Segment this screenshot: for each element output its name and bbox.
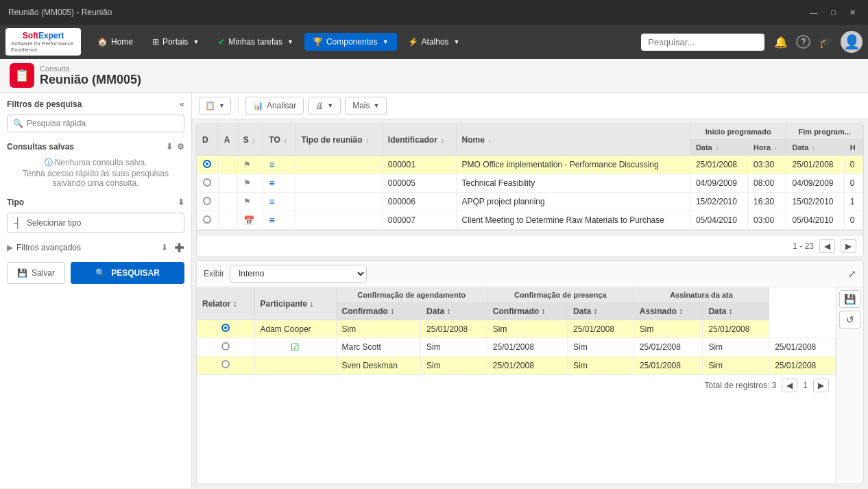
- col-group-conf-pr: Confirmação de presença: [487, 287, 634, 303]
- expand-panel-button[interactable]: ⤢: [848, 268, 856, 279]
- collapse-icon[interactable]: «: [180, 99, 184, 109]
- cell-a: [218, 211, 237, 230]
- bottom-prev-page[interactable]: ◀: [782, 379, 797, 392]
- row-select[interactable]: [197, 320, 254, 338]
- cell-conf-pr-data: 25/01/2008: [634, 338, 703, 357]
- saved-searches-title-row: Consultas salvas ⬇ ⚙: [7, 142, 184, 152]
- radio-unchecked[interactable]: [203, 215, 211, 224]
- saved-empty-line2: Tenha acesso rápido às suas pesquisas sa…: [23, 169, 169, 188]
- cell-conf-pr-confirmado: Sim: [568, 357, 634, 374]
- cell-conf-ag-confirmado: Sim: [421, 357, 487, 374]
- save-button[interactable]: 💾 Salvar: [7, 262, 65, 284]
- filter-title-text: Filtros de pesquisa: [7, 99, 82, 109]
- list-icon: ≡: [269, 215, 274, 226]
- quick-search-input[interactable]: [27, 119, 178, 128]
- side-save-button[interactable]: 💾: [839, 290, 860, 308]
- nav-home[interactable]: 🏠 Home: [89, 33, 141, 51]
- settings-search-icon[interactable]: ⚙: [177, 142, 184, 152]
- bottom-table-row[interactable]: ☑ Marc Scott Sim 25/01/2008 Sim 25/01/20…: [197, 338, 836, 357]
- nav-icons: 🔔 ? 🎓 👤: [774, 31, 863, 53]
- table-row[interactable]: ⚑ ≡ 000006 APQP project planning 15/02/2…: [197, 193, 863, 211]
- print-icon: 🖨: [315, 101, 324, 110]
- breadcrumb: Consulta: [40, 64, 141, 73]
- prev-page-button[interactable]: ◀: [819, 239, 835, 253]
- cell-nome: Technical Feasibility: [456, 174, 690, 193]
- academy-icon[interactable]: 🎓: [819, 36, 832, 49]
- flag-icon: ⚑: [243, 197, 251, 206]
- cell-id: 000007: [382, 211, 456, 230]
- row-select[interactable]: [197, 156, 218, 174]
- exibir-select[interactable]: Interno Externo Todos: [230, 265, 367, 283]
- radio-checked[interactable]: [221, 324, 230, 332]
- user-avatar[interactable]: 👤: [841, 31, 863, 53]
- cell-a: [218, 193, 237, 211]
- cell-tipo: [296, 174, 382, 193]
- more-arrow: ▼: [374, 102, 380, 109]
- type-download-icon[interactable]: ⬇: [178, 198, 184, 207]
- cell-inicio-hora: 16:30: [748, 193, 786, 211]
- bottom-table-row[interactable]: Adam Cooper Sim 25/01/2008 Sim 25/01/200…: [197, 320, 836, 338]
- row-select[interactable]: [197, 357, 254, 374]
- close-button[interactable]: ✕: [845, 7, 860, 19]
- nav-minhas-tarefas[interactable]: ✔ Minhas tarefas ▼: [210, 33, 302, 51]
- radio-unchecked[interactable]: [203, 197, 211, 205]
- bottom-data-table: Relator ↕ Participante ↓ Confirmação de …: [197, 287, 836, 374]
- col-header-fim-data: Data ↕: [786, 140, 844, 156]
- advanced-add-icon[interactable]: ➕: [174, 243, 184, 252]
- radio-unchecked[interactable]: [203, 178, 211, 187]
- table-row[interactable]: ⚑ ≡ 000001 PMO Office implementation - P…: [197, 156, 863, 174]
- cell-ass-data: 25/01/2008: [769, 338, 836, 357]
- bottom-next-page[interactable]: ▶: [813, 379, 829, 392]
- cell-relator-check: ☑: [254, 338, 336, 357]
- add-record-button[interactable]: 📋 ▼: [199, 97, 231, 115]
- radio-checked[interactable]: [203, 160, 211, 168]
- row-select[interactable]: [197, 338, 254, 357]
- save-search-icon[interactable]: ⬇: [166, 142, 173, 152]
- cell-to: ≡: [263, 193, 296, 211]
- table-row[interactable]: ⚑ ≡ 000005 Technical Feasibility 04/09/2…: [197, 174, 863, 193]
- more-button[interactable]: Mais ▼: [345, 97, 387, 115]
- type-selector[interactable]: ┤ Selecionar tipo: [7, 213, 184, 233]
- bottom-table-wrap: Relator ↕ Participante ↓ Confirmação de …: [197, 287, 836, 484]
- help-icon[interactable]: ?: [796, 35, 810, 49]
- saved-empty-line1: Nenhuma consulta salva.: [55, 158, 147, 167]
- print-button[interactable]: 🖨 ▼: [308, 97, 341, 115]
- nav-componentes-label: Componentes: [326, 37, 378, 47]
- main-toolbar: 📋 ▼ 📊 Analisar 🖨 ▼ Mais ▼: [192, 93, 868, 119]
- col-header-a: A: [218, 124, 237, 156]
- notification-icon[interactable]: 🔔: [774, 36, 788, 49]
- col-header-fim-hora: H: [844, 140, 863, 156]
- global-search-input[interactable]: [641, 34, 764, 51]
- row-select[interactable]: [197, 193, 218, 211]
- cell-conf-ag-data: 25/01/2008: [487, 357, 567, 374]
- save-label: Salvar: [32, 268, 55, 278]
- brand-subtitle: Software for Performance Excellence: [11, 40, 75, 53]
- radio-unchecked[interactable]: [221, 360, 230, 368]
- next-page-button[interactable]: ▶: [841, 239, 856, 253]
- maximize-button[interactable]: □: [827, 7, 840, 18]
- action-buttons: 💾 Salvar 🔍 PESQUISAR: [7, 262, 184, 284]
- bottom-table-row[interactable]: Sven Deskman Sim 25/01/2008 Sim 25/01/20…: [197, 357, 836, 374]
- flag-icon: ⚑: [243, 160, 251, 169]
- analyze-button[interactable]: 📊 Analisar: [245, 97, 304, 115]
- nav-atalhos[interactable]: ⚡ Atalhos ▼: [400, 33, 468, 51]
- row-select[interactable]: [197, 174, 218, 193]
- nav-portais[interactable]: ⊞ Portais ▼: [144, 33, 207, 51]
- minimize-button[interactable]: —: [806, 7, 821, 18]
- advanced-toggle[interactable]: ▶ Filtros avançados ⬇ ➕: [7, 243, 184, 252]
- advanced-download-icon[interactable]: ⬇: [161, 243, 168, 252]
- table-row[interactable]: 📅 ≡ 000007 Client Meeting to Determine R…: [197, 211, 863, 230]
- cell-fim-data: 05/04/2010: [786, 211, 844, 230]
- row-select[interactable]: [197, 211, 218, 230]
- cell-fim-hora: 0: [844, 174, 863, 193]
- nav-componentes[interactable]: 🏆 Componentes ▼: [304, 33, 397, 51]
- radio-unchecked[interactable]: [221, 342, 230, 350]
- side-refresh-button[interactable]: ↺: [839, 311, 860, 329]
- sidebar: Filtros de pesquisa « 🔍 Consultas salvas…: [0, 93, 192, 488]
- list-icon: ≡: [269, 159, 274, 170]
- quick-search-wrap[interactable]: 🔍: [7, 115, 184, 132]
- cell-participante: Sven Deskman: [336, 357, 421, 374]
- search-button[interactable]: 🔍 PESQUISAR: [71, 262, 184, 284]
- col-group-fim: Fim program...: [786, 124, 863, 140]
- horizontal-scrollbar[interactable]: [197, 230, 863, 235]
